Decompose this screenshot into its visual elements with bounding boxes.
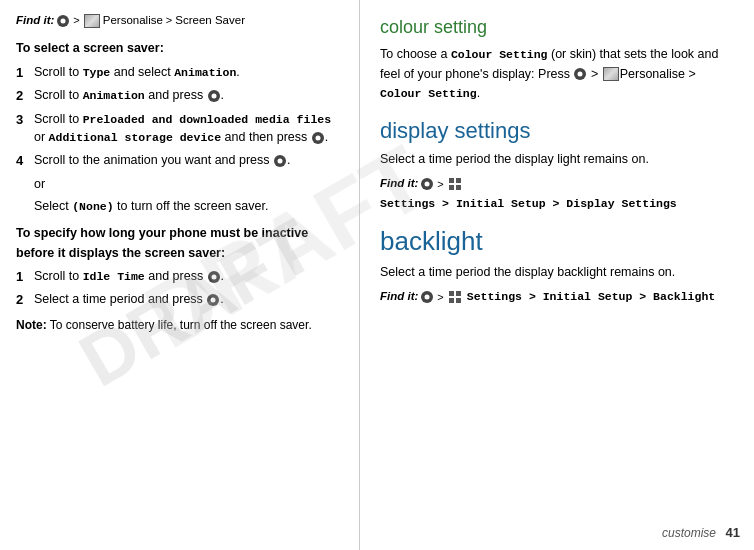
colour-setting-ref: Colour Setting — [380, 87, 477, 100]
step-num-1: 1 — [16, 63, 34, 83]
svg-rect-5 — [456, 291, 461, 296]
arrow-r2: > — [437, 176, 443, 193]
arrow-1: > — [73, 12, 79, 29]
note-text: To conserve battery life, turn off the s… — [50, 318, 312, 332]
display-find-it: Find it: > Settings > Initial Setup > Di… — [380, 175, 738, 212]
arrow-r3: > — [437, 289, 443, 306]
step-num-3: 3 — [16, 110, 34, 148]
display-settings-body: Select a time period the display light r… — [380, 150, 738, 169]
step-2-content: Scroll to Animation and press . — [34, 86, 343, 106]
backlight-find-it-label: Find it: — [380, 288, 418, 305]
list-item: 2 Select a time period and press . — [16, 290, 343, 310]
personalise-label-right: Personalise — [620, 67, 685, 81]
display-find-it-label: Find it: — [380, 175, 418, 192]
svg-rect-1 — [456, 178, 461, 183]
nav-circle-icon-2 — [208, 90, 220, 102]
to-specify-text: To specify how long your phone must be i… — [16, 226, 308, 259]
step2-num-2: 2 — [16, 290, 34, 310]
nav-circle-icon-6 — [207, 294, 219, 306]
backlight-title: backlight — [380, 226, 738, 257]
display-path: Settings > Initial Setup > Display Setti… — [380, 195, 677, 212]
step3-preloaded: Preloaded and downloaded media files — [83, 113, 331, 126]
step-3-content: Scroll to Preloaded and downloaded media… — [34, 110, 343, 148]
to-select-heading: To select a screen saver: — [16, 39, 343, 58]
step-4-content: Scroll to the animation you want and pre… — [34, 151, 343, 171]
settings-icon-2 — [448, 290, 464, 304]
list-item: 2 Scroll to Animation and press . — [16, 86, 343, 106]
step2-animation: Animation — [83, 89, 145, 102]
nav-circle-right-2 — [421, 178, 433, 190]
svg-rect-0 — [449, 178, 454, 183]
note-label: Note: — [16, 318, 47, 332]
nav-circle-icon-3 — [312, 132, 324, 144]
colour-setting-title: colour setting — [380, 16, 738, 39]
steps-list: 1 Scroll to Type and select Animation. 2… — [16, 63, 343, 171]
page-number: 41 — [726, 523, 740, 543]
screen-saver-label: Screen Saver — [175, 12, 245, 29]
to-specify-heading: To specify how long your phone must be i… — [16, 224, 343, 263]
idle-time-label: Idle Time — [83, 270, 145, 283]
arrow-r1: > — [587, 67, 601, 81]
colour-body1: To choose a — [380, 47, 451, 61]
none-label: (None) — [72, 200, 113, 213]
step1-type: Type — [83, 66, 111, 79]
settings-icon-1 — [448, 177, 464, 191]
step3-additional: Additional storage device — [49, 131, 222, 144]
colour-body3-pre: > — [685, 67, 696, 81]
nav-circle-icon-1 — [57, 15, 69, 27]
list-item: 4 Scroll to the animation you want and p… — [16, 151, 343, 171]
personalise-icon-right — [603, 67, 619, 81]
step2-num-1: 1 — [16, 267, 34, 287]
svg-rect-3 — [456, 185, 461, 190]
left-column: DRAFT Find it: > Personalise > Screen Sa… — [0, 0, 360, 550]
or-label: or — [34, 177, 45, 191]
step-1-content: Scroll to Type and select Animation. — [34, 63, 343, 83]
find-it-label: Find it: — [16, 12, 54, 29]
left-find-it: Find it: > Personalise > Screen Saver — [16, 12, 343, 29]
steps2-list: 1 Scroll to Idle Time and press . 2 Sele… — [16, 267, 343, 310]
step-num-4: 4 — [16, 151, 34, 171]
arrow-2: > — [166, 12, 172, 29]
nav-circle-right-3 — [421, 291, 433, 303]
list-item: 1 Scroll to Idle Time and press . — [16, 267, 343, 287]
svg-rect-4 — [449, 291, 454, 296]
svg-rect-6 — [449, 298, 454, 303]
list-item: 3 Scroll to Preloaded and downloaded med… — [16, 110, 343, 148]
nav-circle-icon-4 — [274, 155, 286, 167]
nav-circle-icon-5 — [208, 271, 220, 283]
page-label: customise — [662, 524, 716, 542]
step2-1-content: Scroll to Idle Time and press . — [34, 267, 343, 287]
backlight-find-it: Find it: > Settings > Initial Setup > Ba… — [380, 288, 738, 305]
svg-rect-2 — [449, 185, 454, 190]
svg-rect-7 — [456, 298, 461, 303]
step1-animation: Animation — [174, 66, 236, 79]
nav-circle-right-1 — [574, 68, 586, 80]
step2-2-content: Select a time period and press . — [34, 290, 343, 310]
select-label: Select (None) to turn off the screen sav… — [34, 199, 268, 213]
note-line: Note: To conserve battery life, turn off… — [16, 316, 343, 335]
to-select-text: To select a screen saver — [16, 41, 160, 55]
right-column: colour setting To choose a Colour Settin… — [360, 0, 754, 550]
colour-setting-body: To choose a Colour Setting (or skin) tha… — [380, 45, 738, 103]
list-item: 1 Scroll to Type and select Animation. — [16, 63, 343, 83]
step-num-2: 2 — [16, 86, 34, 106]
personalise-icon-left — [84, 14, 100, 28]
display-settings-title: display settings — [380, 118, 738, 144]
or-line: or — [34, 175, 343, 194]
backlight-body: Select a time period the display backlig… — [380, 263, 738, 282]
colour-period: . — [477, 86, 480, 100]
personalise-label-left: Personalise — [103, 12, 163, 29]
colour-setting-bold: Colour Setting — [451, 48, 548, 61]
backlight-path: Settings > Initial Setup > Backlight — [467, 288, 715, 305]
select-none-line: Select (None) to turn off the screen sav… — [34, 197, 343, 216]
